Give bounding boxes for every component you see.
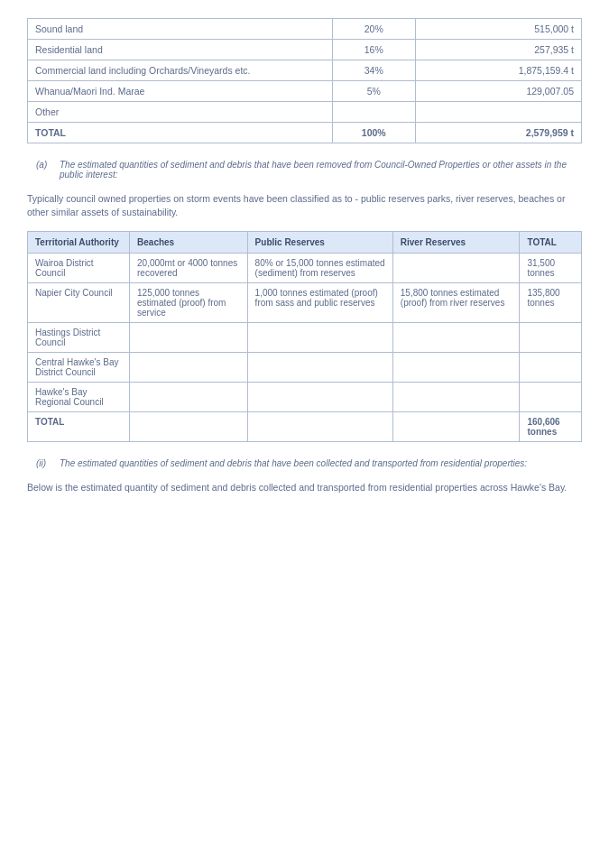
top-table-label: TOTAL <box>28 123 333 143</box>
footnote-2-marker: (ii) <box>36 458 52 468</box>
main-table-row: TOTAL 160,606 tonnes <box>28 412 582 442</box>
main-table-authority: Napier City Council <box>28 283 130 323</box>
main-table-river-reserves <box>392 323 520 353</box>
main-table-river-reserves <box>392 412 520 442</box>
top-table-row: Other <box>28 102 582 123</box>
main-table-beaches: 125,000 tonnes estimated (proof) from se… <box>130 283 248 323</box>
top-table-label: Commercial land including Orchards/Viney… <box>28 60 333 81</box>
top-table-value: 2,579,959 t <box>415 123 581 143</box>
main-table-header: Public Reserves <box>247 232 392 254</box>
main-table-river-reserves <box>392 254 520 283</box>
top-table-pct: 20% <box>332 19 415 40</box>
main-table-beaches: 20,000mt or 4000 tonnes recovered <box>130 254 248 283</box>
main-table-river-reserves <box>392 353 520 383</box>
main-table-total <box>520 383 582 412</box>
footnote-2: (ii) The estimated quantities of sedimen… <box>27 458 582 468</box>
main-table-total <box>520 323 582 353</box>
main-table-row: Hastings District Council <box>28 323 582 353</box>
top-table-row: Commercial land including Orchards/Viney… <box>28 60 582 81</box>
paragraph-1: Typically council owned properties on st… <box>27 192 582 218</box>
main-table-row: Central Hawke's Bay District Council <box>28 353 582 383</box>
main-table-public-reserves <box>247 412 392 442</box>
main-table-beaches <box>130 383 248 412</box>
top-table-label: Residential land <box>28 40 333 60</box>
main-table-total: 135,800 tonnes <box>520 283 582 323</box>
main-table-header: Beaches <box>130 232 248 254</box>
footnote-1: (a) The estimated quantities of sediment… <box>27 160 582 180</box>
top-table-label: Whanua/Maori Ind. Marae <box>28 81 333 102</box>
main-table-beaches <box>130 323 248 353</box>
main-table-public-reserves: 1,000 tonnes estimated (proof) from sass… <box>247 283 392 323</box>
footnote-1-text: The estimated quantities of sediment and… <box>60 160 582 180</box>
main-table-total: 31,500 tonnes <box>520 254 582 283</box>
top-table-value: 257,935 t <box>415 40 581 60</box>
main-table-total: 160,606 tonnes <box>520 412 582 442</box>
main-table-river-reserves: 15,800 tonnes estimated (proof) from riv… <box>392 283 520 323</box>
top-table-value <box>415 102 581 123</box>
top-table-pct: 100% <box>332 123 415 143</box>
main-table-row: Hawke's Bay Regional Council <box>28 383 582 412</box>
main-table-beaches <box>130 353 248 383</box>
main-table-public-reserves: 80% or 15,000 tonnes estimated (sediment… <box>247 254 392 283</box>
main-table-row: Napier City Council 125,000 tonnes estim… <box>28 283 582 323</box>
main-table-public-reserves <box>247 353 392 383</box>
top-table-value: 515,000 t <box>415 19 581 40</box>
main-table-total <box>520 353 582 383</box>
main-table-authority: Hawke's Bay Regional Council <box>28 383 130 412</box>
main-table-public-reserves <box>247 323 392 353</box>
main-table-header: River Reserves <box>392 232 520 254</box>
top-table: Sound land 20% 515,000 t Residential lan… <box>27 18 582 143</box>
main-table-authority: Hastings District Council <box>28 323 130 353</box>
main-table-public-reserves <box>247 383 392 412</box>
main-table-beaches <box>130 412 248 442</box>
top-table-pct <box>332 102 415 123</box>
top-table-pct: 16% <box>332 40 415 60</box>
bottom-paragraph: Below is the estimated quantity of sedim… <box>27 481 582 494</box>
main-table-river-reserves <box>392 383 520 412</box>
top-table-row: Sound land 20% 515,000 t <box>28 19 582 40</box>
main-table-authority: TOTAL <box>28 412 130 442</box>
top-table-label: Other <box>28 102 333 123</box>
top-table-value: 129,007.05 <box>415 81 581 102</box>
main-table-authority: Wairoa District Council <box>28 254 130 283</box>
main-table-header: TOTAL <box>520 232 582 254</box>
main-table: Territorial AuthorityBeachesPublic Reser… <box>27 231 582 442</box>
top-table-row: Whanua/Maori Ind. Marae 5% 129,007.05 <box>28 81 582 102</box>
top-table-label: Sound land <box>28 19 333 40</box>
top-table-row: Residential land 16% 257,935 t <box>28 40 582 60</box>
top-table-pct: 5% <box>332 81 415 102</box>
footnote-2-text: The estimated quantities of sediment and… <box>60 458 527 468</box>
top-table-row: TOTAL 100% 2,579,959 t <box>28 123 582 143</box>
main-table-authority: Central Hawke's Bay District Council <box>28 353 130 383</box>
main-table-row: Wairoa District Council 20,000mt or 4000… <box>28 254 582 283</box>
top-table-pct: 34% <box>332 60 415 81</box>
main-table-header: Territorial Authority <box>28 232 130 254</box>
footnote-1-marker: (a) <box>36 160 52 180</box>
top-table-value: 1,875,159.4 t <box>415 60 581 81</box>
